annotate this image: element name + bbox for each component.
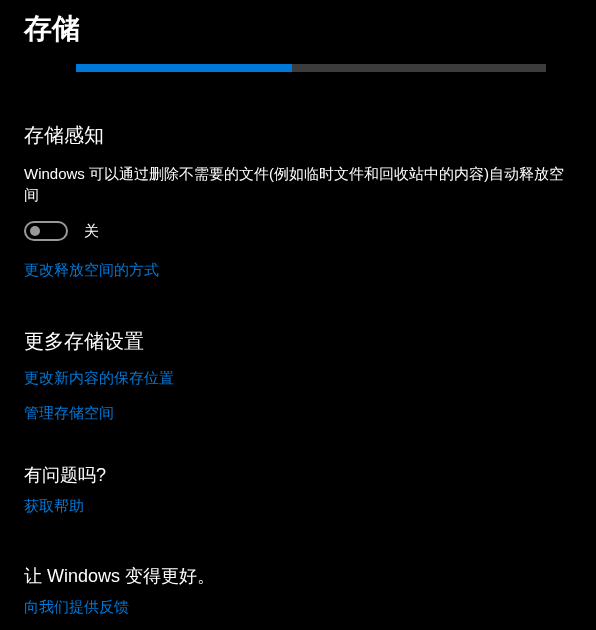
make-better-section: 让 Windows 变得更好。 向我们提供反馈 bbox=[24, 564, 572, 617]
storage-sense-section: 存储感知 Windows 可以通过删除不需要的文件(例如临时文件和回收站中的内容… bbox=[24, 122, 572, 280]
make-better-title: 让 Windows 变得更好。 bbox=[24, 564, 572, 588]
storage-sense-toggle-label: 关 bbox=[84, 222, 99, 241]
storage-progress-fill bbox=[76, 64, 292, 72]
help-section: 有问题吗? 获取帮助 bbox=[24, 463, 572, 516]
storage-sense-description: Windows 可以通过删除不需要的文件(例如临时文件和回收站中的内容)自动释放… bbox=[24, 163, 572, 205]
storage-sense-toggle[interactable] bbox=[24, 221, 68, 241]
storage-sense-toggle-row: 关 bbox=[24, 221, 572, 241]
page-title: 存储 bbox=[24, 0, 572, 64]
more-storage-settings-title: 更多存储设置 bbox=[24, 328, 572, 355]
change-free-space-link[interactable]: 更改释放空间的方式 bbox=[24, 261, 572, 280]
more-storage-settings-section: 更多存储设置 更改新内容的保存位置 管理存储空间 bbox=[24, 328, 572, 423]
storage-progress-bar bbox=[76, 64, 546, 72]
feedback-link[interactable]: 向我们提供反馈 bbox=[24, 598, 572, 617]
storage-sense-title: 存储感知 bbox=[24, 122, 572, 149]
help-title: 有问题吗? bbox=[24, 463, 572, 487]
get-help-link[interactable]: 获取帮助 bbox=[24, 497, 572, 516]
toggle-knob bbox=[30, 226, 40, 236]
change-save-location-link[interactable]: 更改新内容的保存位置 bbox=[24, 369, 572, 388]
manage-storage-link[interactable]: 管理存储空间 bbox=[24, 404, 572, 423]
